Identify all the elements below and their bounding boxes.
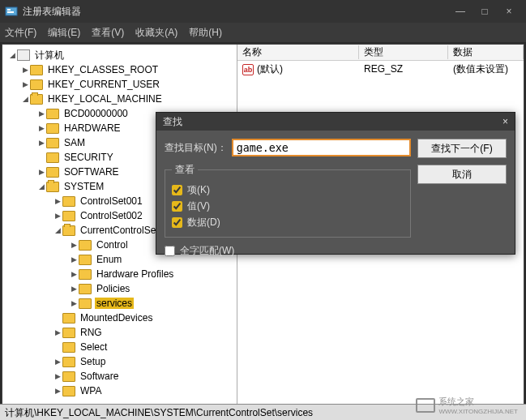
folder-icon (62, 371, 75, 382)
watermark-url: WWW.XITONGZHIJIA.NET (438, 408, 518, 415)
chk-whole-label: 全字匹配(W) (180, 244, 234, 258)
tree-hkcu[interactable]: HKEY_CURRENT_USER (46, 79, 161, 90)
watermark-text: 系统之家 (438, 396, 518, 408)
tree-hwp[interactable]: Hardware Profiles (95, 268, 175, 280)
chk-whole[interactable] (165, 246, 175, 256)
folder-icon (62, 357, 75, 367)
tree-sam[interactable]: SAM (62, 137, 87, 148)
menu-file[interactable]: 文件(F) (5, 26, 36, 40)
maximize-button[interactable]: □ (473, 6, 497, 17)
expand-icon[interactable]: ▶ (53, 197, 62, 205)
chk-keys-label: 项(K) (187, 183, 210, 197)
tree-cs2[interactable]: ControlSet002 (79, 210, 144, 221)
tree-services[interactable]: services (95, 298, 134, 309)
app-icon (5, 5, 18, 18)
collapse-icon[interactable]: ◢ (53, 226, 62, 234)
expand-icon[interactable]: ▶ (20, 66, 30, 74)
find-target-input[interactable] (232, 139, 411, 156)
tree-ccs[interactable]: CurrentControlSet (79, 225, 160, 236)
expand-icon[interactable]: ▶ (36, 124, 46, 132)
expand-icon[interactable]: ◢ (7, 51, 17, 59)
chk-data[interactable] (172, 217, 182, 228)
expand-icon[interactable]: ▶ (69, 270, 79, 278)
menu-help[interactable]: 帮助(H) (189, 26, 222, 40)
tree-hklm[interactable]: HKEY_LOCAL_MACHINE (46, 93, 164, 105)
expand-icon[interactable]: ▶ (53, 328, 62, 336)
window-title: 注册表编辑器 (23, 5, 448, 19)
tree-system[interactable]: SYSTEM (62, 181, 105, 192)
folder-icon (30, 79, 43, 90)
folder-icon (30, 65, 43, 75)
folder-icon (62, 386, 75, 396)
tree-wpa[interactable]: WPA (79, 385, 103, 396)
collapse-icon[interactable]: ◢ (36, 182, 46, 191)
expand-icon[interactable]: ▶ (20, 80, 30, 88)
dialog-close-icon[interactable]: × (502, 116, 508, 127)
tree-policies[interactable]: Policies (95, 283, 131, 294)
folder-icon (79, 240, 92, 251)
expand-icon[interactable]: ▶ (36, 139, 46, 147)
col-type[interactable]: 类型 (359, 45, 448, 59)
expand-icon[interactable]: ▶ (69, 299, 79, 307)
dialog-titlebar[interactable]: 查找 × (156, 113, 515, 131)
tree-sw2[interactable]: Software (79, 371, 120, 382)
tree-hardware[interactable]: HARDWARE (62, 122, 122, 134)
chk-keys[interactable] (172, 185, 182, 195)
chk-values[interactable] (172, 201, 182, 212)
tree-enum[interactable]: Enum (95, 254, 123, 265)
expand-icon[interactable]: ▶ (69, 255, 79, 264)
expand-icon[interactable]: ▶ (53, 358, 62, 366)
expand-icon[interactable]: ▶ (69, 241, 79, 249)
minimize-button[interactable]: — (448, 6, 473, 17)
tree-control[interactable]: Control (95, 239, 130, 251)
tree-root[interactable]: 计算机 (33, 49, 66, 62)
find-next-button[interactable]: 查找下一个(F) (417, 139, 507, 158)
folder-icon (79, 255, 92, 265)
folder-icon (46, 123, 59, 134)
col-data[interactable]: 数据 (448, 45, 524, 59)
folder-icon (79, 269, 92, 280)
close-button[interactable]: × (497, 6, 521, 17)
find-target-label: 查找目标(N)： (165, 141, 227, 155)
expand-icon[interactable]: ▶ (69, 285, 79, 293)
list-row[interactable]: ab(默认) REG_SZ (数值未设置) (237, 61, 524, 77)
expand-icon[interactable]: ▶ (36, 168, 46, 176)
tree-cs1[interactable]: ControlSet001 (79, 195, 144, 207)
tree-setup[interactable]: Setup (79, 356, 107, 367)
dialog-title: 查找 (163, 115, 502, 129)
folder-icon (62, 342, 75, 353)
folder-icon (46, 109, 59, 119)
folder-icon (79, 284, 92, 294)
expand-icon[interactable]: ▶ (53, 212, 62, 220)
collapse-icon[interactable]: ◢ (20, 95, 30, 103)
expand-icon[interactable]: ▶ (36, 109, 46, 118)
watermark-logo-icon (416, 398, 435, 413)
watermark: 系统之家 WWW.XITONGZHIJIA.NET (416, 396, 518, 415)
tree-software[interactable]: SOFTWARE (62, 166, 121, 178)
folder-open-icon (46, 182, 59, 192)
expand-icon[interactable]: ▶ (53, 372, 62, 380)
tree-hkcr[interactable]: HKEY_CLASSES_ROOT (46, 64, 160, 75)
folder-icon (46, 167, 59, 178)
tree-select[interactable]: Select (79, 341, 109, 353)
value-name: (默认) (257, 63, 283, 75)
svg-rect-2 (7, 11, 14, 13)
tree-security[interactable]: SECURITY (62, 152, 115, 163)
list-header: 名称 类型 数据 (237, 45, 524, 61)
value-type: REG_SZ (359, 63, 448, 75)
cancel-button[interactable]: 取消 (417, 165, 507, 184)
menu-view[interactable]: 查看(V) (92, 26, 124, 40)
menu-favorites[interactable]: 收藏夹(A) (135, 26, 177, 40)
tree-rng[interactable]: RNG (79, 327, 104, 338)
tree-bcd[interactable]: BCD00000000 (62, 108, 130, 119)
expand-icon[interactable]: ▶ (53, 387, 62, 395)
chk-values-label: 值(V) (187, 199, 210, 213)
tree-mounted[interactable]: MountedDevices (79, 312, 154, 324)
folder-icon (79, 298, 92, 309)
col-name[interactable]: 名称 (237, 45, 359, 59)
folder-icon (46, 138, 59, 148)
window-titlebar: 注册表编辑器 — □ × (0, 0, 526, 23)
folder-icon (46, 152, 59, 163)
menu-edit[interactable]: 编辑(E) (48, 26, 80, 40)
string-icon: ab (242, 64, 254, 75)
